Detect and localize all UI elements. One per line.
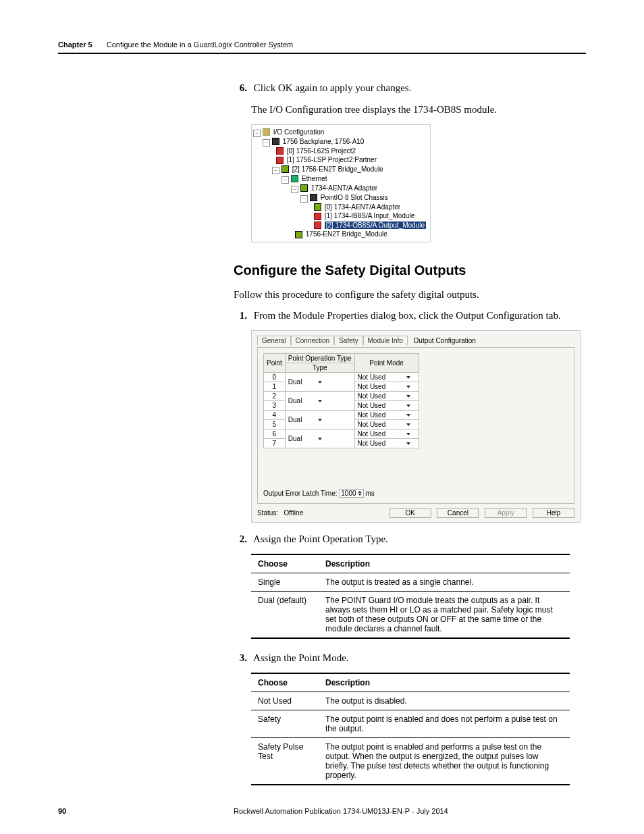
tree-node[interactable]: [2] 1756-EN2T Bridge_Module [292,165,383,173]
tab-general[interactable]: General [257,336,291,345]
tree-node[interactable]: 1734-AENT/A Adapter [311,184,377,192]
spinner-down-icon[interactable] [358,494,362,496]
tree-node[interactable]: [0] 1756-L62S Project2 [287,147,356,155]
step-text: Assign the Point Operation Type. [253,533,388,544]
point-operation-type-table: ChooseDescription SingleThe output is tr… [251,554,570,639]
tree-node[interactable]: Ethernet [302,175,327,182]
collapse-icon[interactable]: – [291,186,298,193]
spinner-up-icon[interactable] [358,491,362,493]
point-mode-table: ChooseDescription Not UsedThe output is … [251,673,570,785]
module-icon [295,231,302,238]
list-number: 6. [234,81,247,96]
col-optype-sub: Type [285,363,354,373]
point-operation-type-cell[interactable]: Dual [285,411,354,429]
collapse-icon[interactable]: – [263,139,270,147]
list-number: 1. [234,309,247,323]
step-text: Assign the Point Mode. [253,652,349,663]
status-label: Status: [257,509,278,517]
latch-value: 1000 [341,490,356,497]
module-icon [314,203,321,211]
table-cell-choose: Dual (default) [251,591,319,638]
tree-root[interactable]: I/O Configuration [273,128,325,136]
tab-connection[interactable]: Connection [291,336,335,345]
module-icon [276,157,284,164]
tree-node[interactable]: 1756-EN2T Bridge_Module [306,230,387,238]
apply-button[interactable]: Apply [485,508,527,518]
table-cell-description: The output point is enabled and does not… [319,710,570,737]
output-config-table: Point Point Operation Type Point Mode Ty… [263,353,419,448]
chevron-down-icon [406,376,410,379]
cancel-button[interactable]: Cancel [437,508,479,518]
tree-node[interactable]: [0] 1734-AENT/A Adapter [325,203,400,211]
point-mode-cell[interactable]: Not Used [354,411,419,420]
help-button[interactable]: Help [533,508,574,518]
chevron-down-icon [406,386,410,388]
point-mode-cell[interactable]: Not Used [354,392,419,401]
collapse-icon[interactable]: – [281,176,289,184]
tree-node-selected[interactable]: [2] 1734-OB8S/A Output_Module [325,221,426,229]
chevron-down-icon [318,438,322,440]
point-operation-type-cell[interactable]: Dual [285,429,354,448]
point-operation-type-cell[interactable]: Dual [285,373,354,392]
tab-module-info[interactable]: Module Info [363,336,408,345]
point-mode-cell[interactable]: Not Used [354,429,419,439]
point-number: 3 [264,401,286,411]
point-mode-cell[interactable]: Not Used [354,439,419,448]
tab-output-configuration[interactable]: Output Configuration [410,336,480,345]
chassis-icon [272,138,279,145]
point-number: 6 [264,429,286,439]
collapse-icon[interactable]: – [253,130,261,137]
ethernet-icon [291,175,298,182]
collapse-icon[interactable]: – [300,195,308,203]
chevron-down-icon [406,405,410,407]
chevron-down-icon [318,400,322,402]
tab-strip: GeneralConnectionSafetyModule Info Outpu… [257,335,574,347]
tab-safety[interactable]: Safety [334,336,363,345]
point-mode-cell[interactable]: Not Used [354,382,419,392]
point-operation-type-cell[interactable]: Dual [285,392,354,411]
chevron-down-icon [406,433,410,436]
step-6: 6. Click OK again to apply your changes. [234,81,586,96]
step-6-note: The I/O Configuration tree displays the … [251,103,586,118]
point-number: 4 [264,411,286,420]
table-header: Description [319,554,570,573]
table-header: Choose [251,554,319,573]
page-header: Chapter 5 Configure the Module in a Guar… [58,38,586,54]
point-mode-cell[interactable]: Not Used [354,401,419,411]
point-mode-cell[interactable]: Not Used [354,420,419,429]
table-cell-choose: Safety Pulse Test [251,737,319,785]
tree-node[interactable]: 1756 Backplane, 1756-A10 [283,138,365,145]
latch-time-input[interactable]: 1000 [339,489,363,498]
module-properties-dialog: GeneralConnectionSafetyModule Info Outpu… [251,330,581,523]
table-cell-choose: Safety [251,710,319,737]
point-mode-cell[interactable]: Not Used [354,373,419,382]
latch-time-row: Output Error Latch Time: 1000 ms [263,489,568,498]
publication-info: Rockwell Automation Publication 1734-UM0… [234,807,448,815]
tree-node[interactable]: [1] 1734-IB8S/A Input_Module [325,212,414,219]
collapse-icon[interactable]: – [272,167,279,174]
page-footer: 90 Rockwell Automation Publication 1734-… [58,807,586,815]
tree-node[interactable]: PointIO 8 Slot Chassis [321,194,388,201]
chapter-number: Chapter 5 [58,41,92,49]
list-number: 2. [234,532,247,547]
table-cell-description: The output point is enabled and performs… [319,737,570,785]
list-number: 3. [234,651,247,666]
chevron-down-icon [406,442,410,445]
module-icon [281,165,289,173]
table-cell-choose: Single [251,573,319,591]
chevron-down-icon [406,414,410,417]
module-icon [314,221,321,229]
table-cell-choose: Not Used [251,692,319,710]
point-number: 5 [264,420,286,429]
table-header: Description [319,673,570,692]
ok-button[interactable]: OK [390,508,431,518]
latch-label: Output Error Latch Time: [263,490,338,497]
table-cell-description: The output is disabled. [319,692,570,710]
table-header: Choose [251,673,319,692]
table-cell-description: The POINT Guard I/O module treats the ou… [319,591,570,638]
point-number: 1 [264,382,286,392]
chevron-down-icon [406,395,410,398]
io-config-tree[interactable]: – I/O Configuration – 1756 Backplane, 17… [251,124,431,242]
tree-node[interactable]: [1] 1756-LSP Project2:Partner [287,156,377,163]
chevron-down-icon [406,423,410,426]
